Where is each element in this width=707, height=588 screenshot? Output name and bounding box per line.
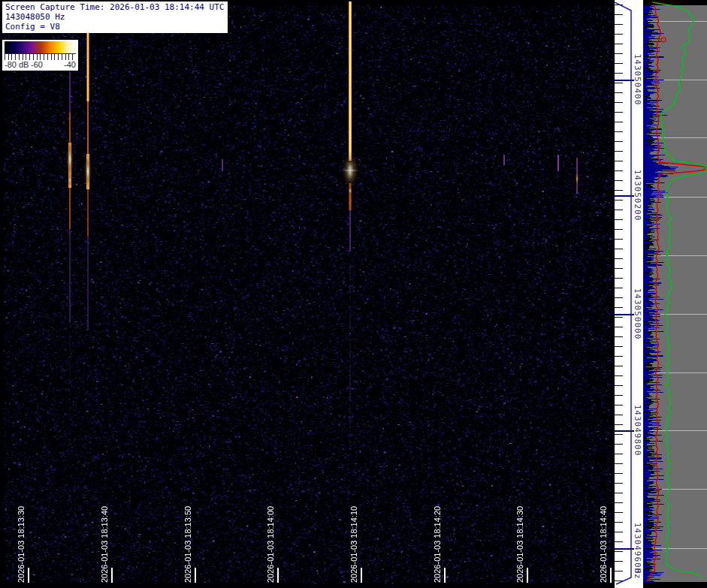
time-axis-label: 2026-01-03 18:14:30 [515,506,524,583]
time-axis-tick [28,568,29,583]
colorbar-label-min: -80 dB [5,60,29,69]
colorbar: -80 dB -60 -40 [2,40,78,71]
frequency-text: 143048050 Hz [5,12,224,22]
time-axis-tick [111,568,113,583]
freq-axis-label: 143050200 [633,170,642,222]
colorbar-label-mid: -60 [31,60,43,69]
freq-axis-label: 143049600 [633,523,642,574]
time-axis-tick [444,568,446,583]
waterfall-spectrogram [0,0,615,588]
time-axis-label: 2026-01-03 18:13:50 [183,506,192,583]
spectrum-lab-capture: Screen Capture Time: 2026-01-03 18:14:44… [0,0,707,588]
info-box: Screen Capture Time: 2026-01-03 18:14:44… [2,2,228,33]
time-axis-label: 2026-01-03 18:13:40 [100,506,109,583]
colorbar-ticks [5,53,76,60]
colorbar-label-max: -40 [64,60,76,69]
time-axis-tick [277,568,279,583]
colorbar-gradient [5,41,76,53]
time-axis-tick [195,568,196,583]
time-axis-label: 2026-01-03 18:13:30 [17,506,26,583]
time-axis-label: 2026-01-03 18:14:20 [433,506,442,583]
time-axis-tick [527,568,528,583]
freq-axis-label: 143050000 [633,288,642,340]
freq-unit-label: Hz [633,568,642,579]
time-axis-tick [610,568,612,583]
spectrum-graph-panel [643,0,707,588]
time-axis-tick [361,568,362,583]
time-axis-label: 2026-01-03 18:14:10 [349,506,358,583]
freq-axis-label: 143050400 [633,54,642,106]
colorbar-labels: -80 dB -60 -40 [2,60,78,71]
time-axis-label: 2026-01-03 18:14:00 [266,506,275,583]
time-axis-label: 2026-01-03 18:14:40 [599,506,608,583]
capture-time-text: Screen Capture Time: 2026-01-03 18:14:44… [5,2,224,12]
freq-axis-label: 143049800 [633,405,642,457]
config-text: Config = V8 [5,22,224,32]
